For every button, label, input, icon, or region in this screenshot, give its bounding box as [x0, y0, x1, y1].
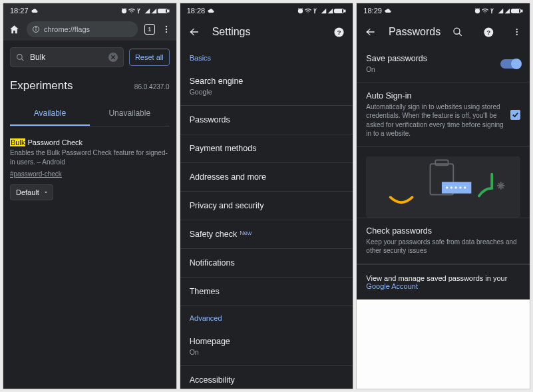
help-icon[interactable]: ?	[333, 27, 345, 38]
home-icon[interactable]	[9, 24, 20, 35]
section-advanced: Advanced	[180, 306, 353, 327]
svg-point-6	[166, 26, 167, 27]
item-search-engine[interactable]: Search engine Google	[180, 67, 353, 106]
svg-line-10	[21, 59, 23, 61]
screenshot-passwords: 18:29 Passwords ? Save passwords On	[356, 3, 530, 389]
checkbox-auto-signin[interactable]	[510, 110, 520, 120]
signal-icon-2	[327, 7, 333, 15]
row-auto-signin[interactable]: Auto Sign-in Automatically sign in to we…	[357, 83, 530, 147]
signal-icon-2	[151, 7, 157, 15]
status-icons	[120, 7, 170, 15]
passwords-body: Save passwords On Auto Sign-in Automatic…	[357, 46, 530, 389]
app-bar: Passwords ?	[357, 18, 530, 46]
item-passwords[interactable]: Passwords	[180, 106, 353, 134]
back-icon[interactable]	[188, 26, 200, 38]
item-addresses[interactable]: Addresses and more	[180, 163, 353, 192]
svg-rect-14	[345, 10, 346, 12]
wifi-icon	[482, 7, 489, 15]
page-title: Experiments	[10, 79, 73, 93]
status-icons	[474, 7, 523, 15]
info-icon	[32, 25, 40, 33]
signal-icon	[144, 7, 150, 15]
url-bar[interactable]: chrome://flags	[27, 21, 138, 37]
status-bar: 18:27	[3, 3, 176, 18]
status-bar: 18:28	[180, 3, 353, 18]
row-check-passwords[interactable]: Check passwords Keep your passwords safe…	[357, 218, 530, 264]
svg-point-21	[454, 28, 460, 34]
google-account-link[interactable]: Google Account	[366, 282, 418, 290]
svg-point-35	[464, 186, 466, 188]
settings-list[interactable]: Basics Search engine Google Passwords Pa…	[180, 46, 353, 389]
status-time: 18:28	[187, 7, 206, 15]
item-themes[interactable]: Themes	[180, 278, 353, 306]
svg-rect-19	[522, 10, 523, 12]
svg-point-34	[460, 186, 462, 188]
status-bar: 18:29	[357, 3, 530, 18]
chevron-down-icon	[43, 190, 49, 195]
svg-text:?: ?	[486, 28, 490, 35]
item-notifications[interactable]: Notifications	[180, 249, 353, 278]
page-title: Settings	[212, 26, 322, 38]
battery-icon	[511, 7, 523, 15]
alarm-icon	[474, 7, 481, 15]
svg-point-9	[17, 54, 23, 59]
search-input[interactable]: Bulk	[10, 47, 124, 67]
item-homepage[interactable]: Homepage On	[180, 327, 353, 366]
volte-icon	[136, 7, 144, 15]
search-icon	[16, 53, 25, 62]
tabs: Available Unavailable	[10, 102, 170, 126]
help-icon[interactable]: ?	[483, 27, 494, 38]
toggle-save-passwords[interactable]	[500, 59, 520, 69]
flag-title: Bulk Password Check	[10, 138, 170, 146]
volte-icon	[313, 7, 320, 15]
flag-dropdown[interactable]: Default	[10, 184, 53, 200]
cloud-icon	[31, 7, 38, 14]
item-privacy-security[interactable]: Privacy and security	[180, 192, 353, 220]
svg-rect-1	[168, 10, 169, 12]
item-safety-check[interactable]: Safety checkNew	[180, 220, 353, 249]
screenshot-settings: 18:28 Settings ? Basics Search engine Go…	[180, 3, 354, 389]
overflow-icon[interactable]	[512, 27, 522, 37]
status-icons	[297, 7, 346, 15]
status-time: 18:29	[363, 7, 382, 15]
status-time: 18:27	[10, 7, 29, 15]
overflow-icon[interactable]	[162, 25, 171, 34]
reset-all-button[interactable]: Reset all	[129, 49, 170, 66]
svg-point-26	[516, 31, 518, 33]
row-save-passwords[interactable]: Save passwords On	[357, 46, 530, 83]
flag-hash-link[interactable]: #password-check	[10, 170, 170, 178]
svg-point-33	[455, 186, 457, 188]
tab-available[interactable]: Available	[10, 102, 90, 126]
svg-point-8	[166, 31, 167, 33]
flag-entry: Bulk Password Check Enables the Bulk Pas…	[10, 138, 170, 200]
url-text: chrome://flags	[44, 25, 90, 33]
section-basics: Basics	[180, 46, 353, 67]
svg-line-22	[459, 33, 462, 36]
tab-switcher[interactable]: 1	[144, 24, 155, 35]
svg-text:?: ?	[337, 29, 341, 36]
search-icon[interactable]	[452, 27, 463, 37]
svg-point-27	[516, 34, 518, 35]
back-icon[interactable]	[365, 26, 377, 38]
experiments-page: Bulk Reset all Experiments 86.0.4237.0 A…	[3, 41, 176, 389]
wifi-icon	[128, 7, 136, 15]
row-google-account-link[interactable]: View and manage saved passwords in your …	[357, 264, 530, 299]
passwords-illustration	[366, 156, 520, 218]
search-value: Bulk	[30, 53, 45, 62]
screenshot-flags: 18:27 chrome://flags 1 Bulk	[3, 3, 177, 389]
check-icon	[512, 111, 519, 118]
tab-unavailable[interactable]: Unavailable	[90, 102, 170, 126]
signal-icon-2	[504, 7, 510, 15]
battery-icon	[158, 7, 170, 15]
svg-rect-2	[158, 9, 165, 12]
blank-area	[357, 299, 530, 389]
item-accessibility[interactable]: Accessibility	[180, 366, 353, 389]
item-payment-methods[interactable]: Payment methods	[180, 134, 353, 163]
page-title: Passwords	[389, 26, 441, 38]
app-bar: Settings ?	[180, 18, 353, 46]
cloud-icon	[385, 7, 391, 14]
signal-icon	[498, 7, 504, 15]
new-badge: New	[240, 230, 252, 236]
battery-icon	[334, 7, 346, 15]
clear-icon[interactable]	[108, 53, 118, 62]
